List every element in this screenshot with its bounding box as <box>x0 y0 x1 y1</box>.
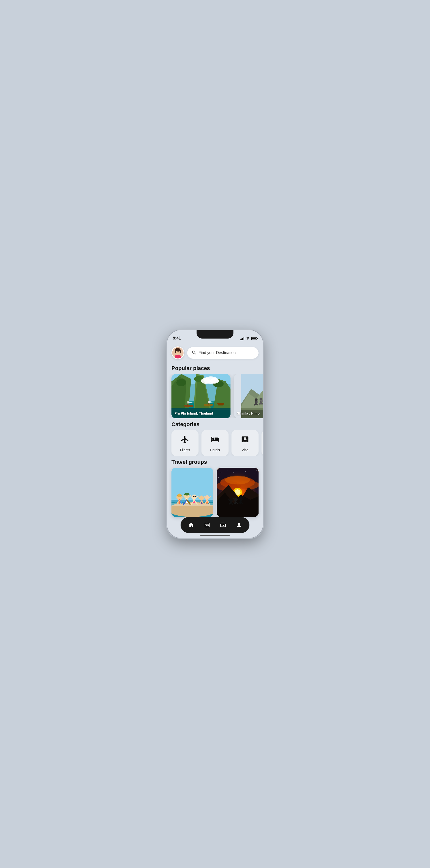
svg-point-23 <box>176 379 186 386</box>
flights-label: Flights <box>180 448 190 452</box>
popular-places-list: Phi Phi Island, Thailand <box>167 374 263 418</box>
svg-marker-35 <box>217 403 224 405</box>
hotels-icon <box>211 435 219 445</box>
nav-bookings[interactable] <box>201 519 213 531</box>
hotels-label: Hotels <box>210 448 220 452</box>
svg-point-153 <box>238 523 240 525</box>
home-indicator[interactable] <box>200 535 230 536</box>
notch <box>196 330 234 339</box>
svg-point-144 <box>218 477 219 478</box>
svg-point-27 <box>201 378 211 384</box>
svg-point-9 <box>178 351 179 352</box>
svg-rect-98 <box>194 496 196 497</box>
category-visa[interactable]: PASS Visa <box>232 430 258 456</box>
search-bar[interactable]: Find your Destination <box>187 347 258 359</box>
svg-rect-11 <box>177 354 178 355</box>
wifi-icon <box>246 337 250 341</box>
categories-list: Flights Hotels <box>167 430 263 456</box>
bottom-nav <box>181 517 249 533</box>
avatar <box>172 346 184 359</box>
svg-line-13 <box>194 353 195 354</box>
place-card-phi-phi[interactable]: Phi Phi Island, Thailand <box>172 374 231 418</box>
svg-point-145 <box>256 470 257 471</box>
svg-text:PASS: PASS <box>244 439 247 440</box>
nav-wallet[interactable] <box>217 519 229 531</box>
categories-title: Categories <box>167 418 263 430</box>
svg-rect-48 <box>256 401 258 403</box>
category-hotels[interactable]: Hotels <box>202 430 228 456</box>
svg-point-141 <box>233 472 234 473</box>
svg-point-143 <box>254 474 254 474</box>
place-label-phi-phi: Phi Phi Island, Thailand <box>175 411 213 415</box>
svg-point-90 <box>184 493 190 496</box>
svg-rect-67 <box>243 441 245 441</box>
svg-point-8 <box>177 351 177 352</box>
travel-groups-list <box>167 468 263 517</box>
svg-point-116 <box>225 475 250 485</box>
status-icons <box>240 337 257 341</box>
travel-group-mountain[interactable] <box>217 468 258 517</box>
travel-groups-title: Travel groups <box>167 456 263 468</box>
header: Find your Destination <box>167 342 263 362</box>
nav-home[interactable] <box>185 519 197 531</box>
popular-places-title: Popular places <box>167 362 263 374</box>
svg-rect-97 <box>193 496 194 497</box>
phone-frame: 9:41 <box>167 330 263 538</box>
svg-point-83 <box>178 494 181 497</box>
search-icon <box>192 350 196 356</box>
svg-rect-53 <box>262 400 263 402</box>
svg-point-142 <box>246 471 246 472</box>
svg-point-28 <box>210 378 219 383</box>
category-flights[interactable]: Flights <box>172 430 198 456</box>
signal-icon <box>240 337 244 340</box>
svg-point-0 <box>247 339 248 340</box>
svg-rect-68 <box>246 441 247 441</box>
svg-point-139 <box>221 472 221 473</box>
svg-point-7 <box>175 348 180 351</box>
nav-profile[interactable] <box>233 519 245 531</box>
search-placeholder: Find your Destination <box>198 350 236 355</box>
category-bus[interactable]: Bus <box>262 430 263 456</box>
status-time: 9:41 <box>173 336 181 341</box>
place-card-shimla[interactable]: Shimla , Himo <box>234 374 263 418</box>
svg-rect-152 <box>208 525 209 526</box>
flights-icon <box>181 435 189 445</box>
place-label-shimla: Shimla , Himo <box>237 411 260 415</box>
svg-point-140 <box>227 470 227 470</box>
visa-icon: PASS <box>241 435 249 445</box>
visa-label: Visa <box>242 448 248 452</box>
svg-point-10 <box>175 354 181 359</box>
phone-screen: 9:41 <box>167 330 263 538</box>
battery-icon <box>251 337 257 340</box>
main-content: Find your Destination Popular places <box>167 342 263 538</box>
travel-group-beach[interactable] <box>172 468 213 517</box>
